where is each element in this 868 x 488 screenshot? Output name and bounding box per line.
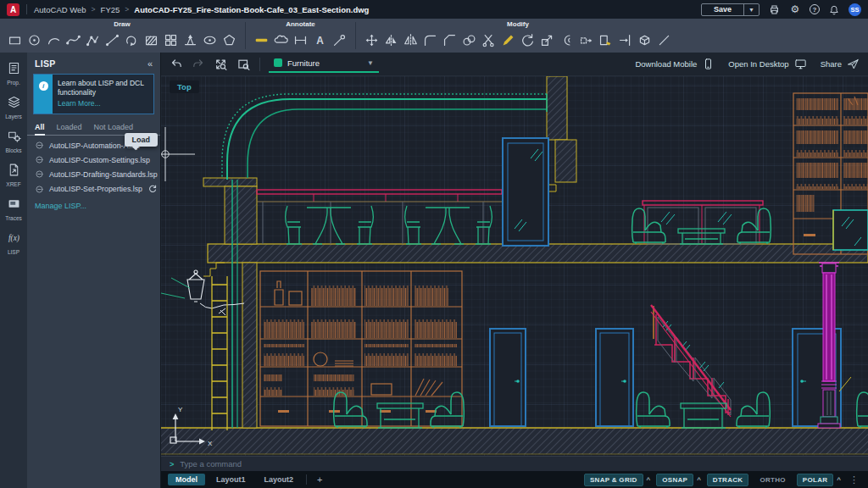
settings-gear-icon[interactable]: ⚙ [788, 3, 802, 16]
blocks-icon[interactable] [161, 30, 181, 50]
sidebar-item-blocks[interactable]: Blocks [0, 127, 27, 155]
arc-segment-icon[interactable] [122, 30, 142, 50]
chevron-up-icon[interactable]: ^ [647, 476, 651, 484]
copy-icon[interactable] [459, 30, 479, 50]
lounge-group[interactable] [637, 392, 771, 428]
tab-model[interactable]: Model [168, 474, 205, 485]
fillet-icon[interactable] [420, 30, 440, 50]
scale-icon[interactable] [537, 30, 557, 50]
ladder[interactable] [212, 276, 227, 430]
cafe-bench-rail[interactable] [257, 190, 502, 244]
lounge-group[interactable] [334, 392, 465, 428]
ellipse-icon[interactable] [200, 30, 220, 50]
toggle-button[interactable]: ORTHO [754, 474, 790, 485]
learn-more-link[interactable]: Learn More... [58, 99, 148, 108]
load-tooltip-button[interactable]: Load [125, 133, 159, 147]
circle-icon[interactable] [25, 30, 44, 50]
layer-dropdown[interactable]: Furniture ▼ [269, 56, 379, 73]
explode-icon[interactable] [635, 30, 654, 50]
save-dropdown-caret[interactable]: ▼ [743, 4, 759, 15]
spline-icon[interactable] [64, 30, 83, 50]
command-input[interactable]: Type a command [180, 459, 242, 469]
overflow-menu-icon[interactable]: ⋮ [847, 474, 861, 485]
lisp-tab-all[interactable]: All [35, 120, 45, 135]
drawing-canvas[interactable]: Y X Top [161, 76, 868, 456]
save-button[interactable]: Save [702, 4, 743, 15]
mirror-icon[interactable] [401, 30, 420, 50]
toggle-button[interactable]: POLAR [797, 474, 834, 486]
tab-layout1[interactable]: Layout1 [209, 474, 253, 485]
match-properties-icon[interactable] [596, 30, 615, 50]
line-icon[interactable] [103, 30, 122, 50]
door[interactable] [490, 329, 526, 426]
sidebar-item-traces[interactable]: Traces [0, 195, 27, 223]
cast-iron-column[interactable] [818, 263, 851, 428]
user-avatar[interactable]: SS [849, 3, 861, 16]
markup-icon[interactable] [498, 30, 518, 50]
polyline-icon[interactable] [83, 30, 103, 50]
dimension-icon[interactable] [252, 30, 271, 50]
cafe-table-set[interactable] [405, 206, 492, 244]
autocad-logo[interactable]: A [7, 3, 19, 16]
ceiling-duct[interactable] [222, 94, 547, 180]
offset-icon[interactable] [557, 30, 576, 50]
lisp-file-row[interactable]: AutoLISP-Set-Properties.lsp [27, 181, 160, 197]
mezzanine-partition[interactable] [643, 201, 763, 244]
move-icon[interactable] [362, 30, 381, 50]
lower-bookshelf[interactable] [260, 271, 462, 426]
staircase[interactable] [651, 305, 731, 417]
breadcrumb-root[interactable]: AutoCAD Web [34, 5, 86, 14]
help-icon[interactable]: ? [810, 4, 820, 14]
linear-dimension-icon[interactable] [291, 30, 310, 50]
polygon-icon[interactable] [220, 30, 239, 50]
open-in-desktop-button[interactable]: Open In Desktop [728, 58, 806, 70]
breadcrumb-folder[interactable]: FY25 [101, 5, 120, 14]
sidebar-item-lisp[interactable]: f(x)LISP [0, 229, 27, 257]
redo-icon[interactable] [192, 58, 205, 70]
chevron-up-icon[interactable]: ^ [697, 476, 701, 484]
refresh-icon[interactable] [147, 184, 158, 194]
manage-lisp-link[interactable]: Manage LISP... [27, 197, 160, 215]
share-button[interactable]: Share [821, 58, 860, 70]
lisp-file-row[interactable]: AutoLISP-Custom-Settings.lsp [27, 152, 160, 167]
sidebar-item-xref[interactable]: XREF [0, 161, 27, 189]
viewport-label[interactable]: Top [170, 80, 199, 93]
text-icon[interactable]: A [310, 30, 330, 50]
tab-layout2[interactable]: Layout2 [257, 474, 302, 485]
notifications-bell-icon[interactable] [827, 3, 841, 16]
print-icon[interactable] [767, 3, 781, 16]
chevron-up-icon[interactable]: ^ [837, 476, 841, 484]
upper-glass-door[interactable] [503, 138, 548, 246]
teal-glass-panel[interactable] [833, 210, 868, 250]
zoom-window-icon[interactable] [236, 58, 251, 71]
door[interactable] [596, 329, 633, 426]
partial-armchair[interactable] [857, 392, 868, 428]
erase-icon[interactable] [654, 30, 674, 50]
rectangle-icon[interactable] [5, 30, 25, 50]
zoom-extents-icon[interactable] [214, 58, 228, 71]
command-bar[interactable]: > Type a command [161, 456, 868, 471]
lisp-tab-loaded[interactable]: Loaded [57, 120, 82, 135]
hatch-icon[interactable] [142, 30, 161, 50]
right-upper-wall[interactable] [547, 76, 576, 191]
add-layout-button[interactable]: + [312, 474, 327, 485]
extend-icon[interactable] [615, 30, 635, 50]
toggle-button[interactable]: DTRACK [707, 474, 749, 486]
rotate-icon[interactable] [518, 30, 537, 50]
toggle-button[interactable]: OSNAP [656, 474, 693, 486]
mirror-object-icon[interactable] [381, 30, 401, 50]
revision-cloud-icon[interactable] [271, 30, 291, 50]
lisp-file-row[interactable]: AutoLISP-Drafting-Standards.lsp [27, 167, 160, 181]
sidebar-item-prop[interactable]: Prop. [0, 59, 27, 87]
section-drawing[interactable]: Y X [161, 76, 868, 456]
stretch-icon[interactable] [576, 30, 596, 50]
collapse-panel-icon[interactable]: « [147, 58, 153, 69]
ground-slab[interactable] [161, 428, 868, 454]
arc-icon[interactable] [44, 30, 64, 50]
cafe-table-set[interactable] [286, 206, 374, 244]
chamfer-icon[interactable] [440, 30, 459, 50]
toggle-button[interactable]: SNAP & GRID [584, 474, 643, 486]
leader-icon[interactable] [330, 30, 349, 50]
sidebar-item-layers[interactable]: Layers [0, 93, 27, 121]
trim-icon[interactable] [479, 30, 498, 50]
